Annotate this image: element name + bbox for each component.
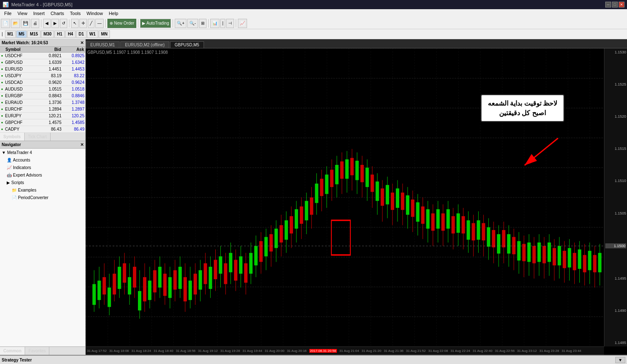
nav-examples[interactable]: 📁 Examples — [0, 186, 85, 194]
indicator-list[interactable]: 📊 — [210, 19, 219, 28]
svg-rect-172 — [497, 234, 500, 253]
svg-rect-40 — [163, 274, 166, 296]
market-watch-row[interactable]: ● GBPCHF 1.4575 1.4585 — [0, 119, 85, 126]
navigator-header: Navigator ✕ — [0, 141, 85, 149]
tab-eurusd-m2[interactable]: EURUSD,M2 (offline) — [120, 41, 169, 48]
nav-scripts[interactable]: ▶ Scripts — [0, 179, 85, 186]
svg-rect-36 — [153, 270, 156, 292]
tab-symbols[interactable]: Symbols — [0, 133, 25, 141]
accounts-icon: 👤 — [7, 158, 12, 162]
tf-m5[interactable]: M5 — [16, 30, 27, 38]
chart-properties[interactable]: ⊞ — [199, 19, 206, 28]
tab-common[interactable]: Common — [0, 347, 25, 355]
svg-rect-60 — [214, 260, 217, 279]
svg-rect-28 — [133, 267, 136, 288]
svg-rect-34 — [148, 281, 151, 300]
tf-mn[interactable]: MN — [99, 30, 110, 38]
menu-bar: File View Insert Charts Tools Window Hel… — [0, 9, 627, 18]
market-watch-row[interactable]: ● GBPUSD 1.6339 1.6342 — [0, 59, 85, 66]
tab-favorites[interactable]: Favorites — [25, 347, 49, 355]
market-watch-row[interactable]: ● USDJPY 83.19 83.22 — [0, 73, 85, 79]
svg-rect-162 — [472, 223, 475, 240]
maximize-button[interactable]: □ — [612, 2, 618, 8]
minimize-button[interactable]: ─ — [605, 2, 611, 8]
save-button[interactable]: 💾 — [21, 19, 30, 28]
open-button[interactable]: 📂 — [11, 19, 20, 28]
time-4: 31 Aug 18:40 — [153, 349, 173, 353]
market-watch-row[interactable]: ● EURJPY 120.21 120.25 — [0, 113, 85, 119]
market-watch-row[interactable]: ● USDCAD 0.9620 0.9624 — [0, 79, 85, 86]
toolbar-timeframes: | M1 M5 M15 M30 H1 H4 D1 W1 MN — [0, 29, 627, 39]
menu-help[interactable]: Help — [106, 10, 121, 16]
nav-period-converter[interactable]: 📄 PeriodConverter — [0, 194, 85, 201]
period-sep-button[interactable]: | — [220, 19, 226, 28]
time-9: 31 Aug 20:00 — [265, 349, 284, 353]
indicator-btn[interactable]: 📈 — [238, 19, 247, 28]
title-bar-controls[interactable]: ─ □ ✕ — [605, 2, 624, 8]
menu-window[interactable]: Window — [84, 10, 105, 16]
market-watch-row[interactable]: ● USDCHF 0.8921 0.8925 — [0, 53, 85, 59]
svg-rect-44 — [173, 270, 177, 289]
nav-indicators[interactable]: 📈 Indicators — [0, 164, 85, 171]
svg-rect-16 — [102, 277, 106, 295]
print-button[interactable]: 🖨 — [31, 19, 39, 28]
crosshair-button[interactable]: ✛ — [79, 19, 87, 28]
line-button[interactable]: ╱ — [88, 19, 94, 28]
tf-m15[interactable]: M15 — [27, 30, 40, 38]
menu-file[interactable]: File — [2, 10, 14, 16]
market-watch-row[interactable]: ● CADPY 86.43 86.49 — [0, 126, 85, 133]
menu-view[interactable]: View — [15, 10, 30, 16]
period-btn2[interactable]: ⊣ — [226, 19, 234, 28]
autotrading-button[interactable]: ▶ AutoTrading — [140, 19, 171, 28]
new-order-button[interactable]: ⊕ New Order — [107, 19, 136, 28]
forward-button[interactable]: ▶ — [51, 19, 59, 28]
time-8: 31 Aug 19:44 — [242, 349, 262, 353]
hline-button[interactable]: — — [95, 19, 104, 28]
market-watch-row[interactable]: ● EURAUD 1.3736 1.3748 — [0, 99, 85, 106]
navigator-close[interactable]: ✕ — [80, 142, 84, 147]
market-watch-row[interactable]: ● EURCHF 1.2894 1.2897 — [0, 106, 85, 113]
new-chart-button[interactable]: 📄 — [1, 19, 10, 28]
svg-rect-100 — [315, 184, 318, 203]
nav-accounts[interactable]: 👤 Accounts — [0, 156, 85, 164]
svg-rect-68 — [234, 260, 237, 281]
market-watch-row[interactable]: ● EURGBP 0.8843 0.8846 — [0, 93, 85, 99]
navigator: Navigator ✕ ▼ MetaTrader 4 👤 Accounts 📈 … — [0, 141, 85, 355]
svg-rect-32 — [143, 277, 146, 301]
tf-m1[interactable]: M1 — [5, 30, 16, 38]
market-watch: Market Watch: 16:24:53 ✕ Symbol Bid Ask … — [0, 39, 85, 141]
tf-m30[interactable]: M30 — [41, 30, 54, 38]
nav-metatrader4[interactable]: ▼ MetaTrader 4 — [0, 149, 85, 156]
tf-h4[interactable]: H4 — [65, 30, 76, 38]
menu-charts[interactable]: Charts — [48, 10, 66, 16]
tf-h1[interactable]: H1 — [54, 30, 65, 38]
svg-rect-178 — [512, 237, 515, 255]
market-watch-row[interactable]: ● EURUSD 1.4451 1.4453 — [0, 66, 85, 73]
settings-tab-btn[interactable]: ▼ — [615, 357, 625, 363]
tf-w1[interactable]: W1 — [87, 30, 98, 38]
svg-line-216 — [525, 138, 558, 165]
time-5: 31 Aug 18:56 — [176, 349, 196, 353]
market-watch-title: Market Watch: 16:24:53 — [2, 40, 48, 45]
close-button[interactable]: ✕ — [619, 2, 624, 8]
refresh-button[interactable]: ↺ — [60, 19, 67, 28]
navigator-tree: ▼ MetaTrader 4 👤 Accounts 📈 Indicators 🤖… — [0, 149, 85, 346]
chart-zoom-out[interactable]: 🔍- — [187, 19, 198, 28]
script-item-icon: 📄 — [12, 195, 17, 200]
cursor-button[interactable]: ↖ — [71, 19, 79, 28]
market-watch-close[interactable]: ✕ — [80, 40, 84, 45]
svg-rect-118 — [360, 165, 364, 182]
menu-tools[interactable]: Tools — [67, 10, 83, 16]
tab-eurusd-m1[interactable]: EURUSD,M1 — [86, 41, 120, 48]
menu-insert[interactable]: Insert — [31, 10, 47, 16]
tab-gbpusd-m5[interactable]: GBPUSD,M5 — [170, 41, 204, 48]
window-title: MetaTrader 4 - [GBPUSD,M5] — [11, 2, 72, 7]
back-button[interactable]: ◀ — [43, 19, 51, 28]
tab-tick-chart[interactable]: Tick Chart — [25, 133, 51, 141]
tf-d1[interactable]: D1 — [76, 30, 87, 38]
nav-expert-advisors[interactable]: 🤖 Expert Advisors — [0, 171, 85, 179]
market-watch-row[interactable]: ● AUDUSD 1.0515 1.0518 — [0, 86, 85, 93]
svg-rect-50 — [189, 281, 192, 300]
chart-zoom-in[interactable]: 🔍+ — [175, 19, 186, 28]
svg-rect-20 — [113, 274, 116, 295]
